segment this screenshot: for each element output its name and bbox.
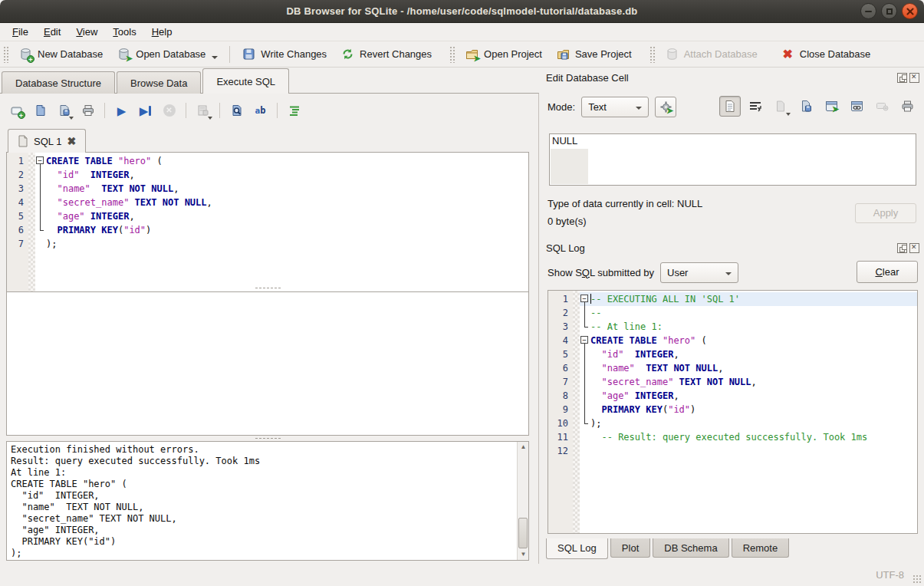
menu-file[interactable]: File [5,24,36,40]
tab-browse-data[interactable]: Browse Data [117,71,201,94]
code-line: 3 "name" TEXT NOT NULL, [7,182,528,196]
scroll-up-icon[interactable]: ▲ [518,442,529,453]
code-text: "name" TEXT NOT NULL, [46,182,528,196]
float-dock-icon[interactable] [897,73,907,83]
tab-database-structure[interactable]: Database Structure [2,71,115,94]
execute-all-button[interactable]: ▶ [111,100,132,120]
tab-execute-sql[interactable]: Execute SQL [202,68,289,94]
sql-log-title: SQL Log [546,242,585,254]
maximize-button[interactable] [881,3,897,19]
close-button[interactable] [902,3,918,19]
results-grid-pane[interactable] [6,291,529,436]
code-line: 10); [548,416,917,430]
green-arrow-badge-icon: ➤ [832,106,840,114]
float-dock-icon[interactable] [897,243,907,253]
scroll-down-icon[interactable]: ▼ [518,549,529,560]
menu-help[interactable]: Help [144,24,180,40]
line-number: 4 [548,334,573,347]
toolbar-grip[interactable] [649,46,655,63]
open-file-icon [34,104,48,117]
menu-view[interactable]: View [68,24,105,40]
word-wrap-button[interactable] [745,96,766,117]
plus-badge-icon: + [18,111,25,119]
splitter-handle[interactable] [6,286,529,290]
line-number: 2 [548,306,573,320]
sql-document-tab[interactable]: SQL 1 ✖ [8,129,86,153]
cell-value-editor[interactable]: NULL [549,133,916,186]
save-project-button[interactable]: Save Project [549,44,639,64]
tab-plot[interactable]: Plot [610,538,650,558]
open-database-dropdown-icon[interactable] [212,56,218,59]
clear-log-button[interactable]: Clear [857,261,918,283]
fold-marker[interactable]: − [580,295,588,302]
code-text [590,444,917,458]
code-line: 11 -- Result: query executed successfull… [548,430,917,444]
new-database-button[interactable]: + New Database [12,44,110,64]
open-database-button[interactable]: ➤ Open Database [110,44,225,64]
toolbar-grip[interactable] [3,46,8,63]
line-number: 5 [548,347,573,361]
menu-tools[interactable]: Tools [105,24,143,40]
save-sql-file-button[interactable] [54,100,74,120]
save-file-icon [800,100,813,113]
fold-column [580,389,590,403]
close-dock-icon[interactable] [909,243,919,253]
cell-mode-select[interactable]: Text [581,97,649,117]
toolbar-grip[interactable] [449,46,455,63]
fold-column [580,430,590,444]
find-button[interactable] [226,100,247,120]
minimize-button[interactable] [860,3,876,19]
print-cell-button[interactable] [896,96,918,117]
tab-db-schema[interactable]: DB Schema [653,538,728,558]
new-sql-tab-button[interactable]: + [6,100,27,120]
fold-column [580,403,590,416]
close-database-button[interactable]: ✖ Close Database [774,44,878,64]
tab-sql-log[interactable]: SQL Log [546,538,608,559]
titlebar: DB Browser for SQLite - /home/user/code/… [0,0,924,23]
set-null-button [871,96,893,117]
new-database-label: New Database [38,48,103,60]
code-text: "secret_name" TEXT NOT NULL, [46,196,528,209]
open-sql-file-button[interactable] [30,100,51,120]
attach-database-label: Attach Database [684,48,758,60]
execution-results-pane[interactable]: Execution finished without errors. Resul… [6,441,529,561]
tab-remote[interactable]: Remote [732,538,790,558]
close-tab-icon[interactable]: ✖ [67,135,76,147]
splitter-handle[interactable] [6,436,529,440]
fold-margin-cell [28,154,35,168]
execute-line-button[interactable]: ▶ [135,100,156,120]
find-replace-button[interactable]: ab [250,100,271,120]
print-button[interactable] [77,100,98,120]
cell-value: NULL [552,135,577,146]
resize-grip[interactable] [912,574,922,584]
fold-marker[interactable]: − [580,336,588,344]
scrollbar-thumb[interactable] [518,518,528,548]
fold-margin-cell [28,209,35,223]
save-dropdown-icon[interactable] [69,117,74,120]
encoding-indicator[interactable]: UTF-8 [876,569,904,581]
cell-mode-value: Text [588,101,607,113]
auto-switch-mode-button[interactable]: ➤ [655,97,676,117]
fold-marker[interactable]: − [36,156,44,164]
write-changes-button[interactable]: Write Changes [235,44,334,64]
close-dock-icon[interactable] [909,73,919,83]
line-number: 7 [548,375,573,389]
open-database-label: Open Database [136,48,206,60]
null-icon [876,101,889,111]
import-dropdown-icon [786,113,791,116]
fold-margin-cell [573,430,580,444]
revert-changes-button[interactable]: Revert Changes [334,44,439,64]
sql-log-editor[interactable]: 1−-- EXECUTING ALL IN 'SQL 1'2--3-- At l… [547,290,918,534]
export-data-button[interactable] [795,96,817,117]
line-number: 3 [548,320,573,334]
code-text: "secret_name" TEXT NOT NULL, [590,375,917,389]
log-filter-select[interactable]: User [660,262,738,283]
results-scrollbar[interactable]: ▲ ▼ [517,442,528,560]
open-in-external-button[interactable]: ➤ [820,96,842,117]
code-line: 5 "id" INTEGER, [548,347,917,361]
text-mode-button[interactable] [719,96,741,117]
copy-link-button[interactable] [846,96,867,117]
menu-edit[interactable]: Edit [36,24,68,40]
open-project-button[interactable]: ➤ Open Project [458,44,549,64]
format-sql-button[interactable] [284,100,304,120]
